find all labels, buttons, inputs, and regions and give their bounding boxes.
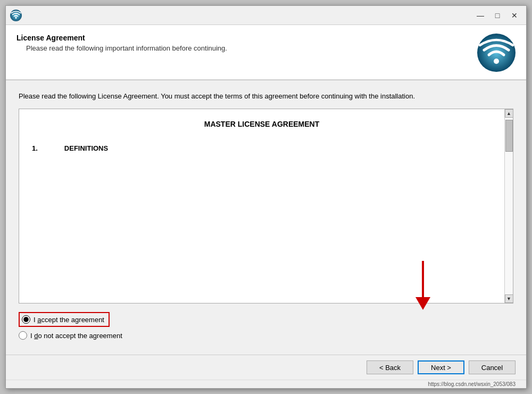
accept-radio[interactable] bbox=[22, 315, 30, 324]
section1-num: 1. bbox=[32, 144, 38, 152]
scroll-down-button[interactable]: ▼ bbox=[505, 294, 513, 303]
cancel-button[interactable]: Cancel bbox=[469, 360, 516, 374]
accept-wrapper: I accept the agreement bbox=[19, 312, 110, 327]
back-button[interactable]: < Back bbox=[367, 360, 413, 374]
app-icon bbox=[10, 10, 22, 21]
titlebar-controls: — □ ✕ bbox=[473, 10, 522, 21]
decline-radio[interactable] bbox=[19, 331, 27, 340]
header-title: License Agreement bbox=[16, 34, 477, 42]
header-subtitle: Please read the following important info… bbox=[26, 44, 477, 52]
header-section: License Agreement Please read the follow… bbox=[6, 25, 526, 80]
svg-point-2 bbox=[494, 59, 499, 64]
decline-label: I do not accept the agreement bbox=[30, 332, 122, 340]
scroll-track[interactable] bbox=[505, 118, 513, 294]
license-content: MASTER LICENSE AGREEMENT 1. DEFINITIONS bbox=[19, 109, 504, 303]
scroll-up-button[interactable]: ▲ bbox=[505, 109, 513, 118]
body-description: Please read the following License Agreem… bbox=[19, 91, 513, 102]
titlebar-left bbox=[10, 10, 22, 21]
installer-window: — □ ✕ License Agreement Please read the … bbox=[5, 5, 527, 389]
footer-section: < Back Next > Cancel bbox=[6, 355, 526, 380]
minimize-button[interactable]: — bbox=[473, 10, 488, 21]
license-section-row: 1. DEFINITIONS bbox=[32, 144, 492, 152]
header-text: License Agreement Please read the follow… bbox=[16, 34, 477, 52]
scrollbar[interactable]: ▲ ▼ bbox=[504, 109, 513, 303]
scroll-thumb[interactable] bbox=[505, 120, 513, 152]
accept-label: I accept the agreement bbox=[34, 316, 104, 324]
decline-option[interactable]: I do not accept the agreement bbox=[19, 331, 513, 340]
close-button[interactable]: ✕ bbox=[507, 10, 522, 21]
header-logo bbox=[477, 34, 516, 72]
radio-options: I accept the agreement I do not accept t… bbox=[19, 312, 513, 340]
next-button[interactable]: Next > bbox=[418, 360, 464, 374]
accept-option[interactable]: I accept the agreement bbox=[19, 312, 513, 327]
url-bar: https://blog.csdn.net/wsxin_2053/083 bbox=[6, 380, 526, 388]
license-area: MASTER LICENSE AGREEMENT 1. DEFINITIONS … bbox=[19, 109, 513, 303]
body-section: Please read the following License Agreem… bbox=[6, 80, 526, 355]
titlebar: — □ ✕ bbox=[6, 6, 526, 25]
maximize-button[interactable]: □ bbox=[490, 10, 505, 21]
license-title: MASTER LICENSE AGREEMENT bbox=[32, 120, 492, 128]
section1-header: DEFINITIONS bbox=[64, 144, 108, 152]
